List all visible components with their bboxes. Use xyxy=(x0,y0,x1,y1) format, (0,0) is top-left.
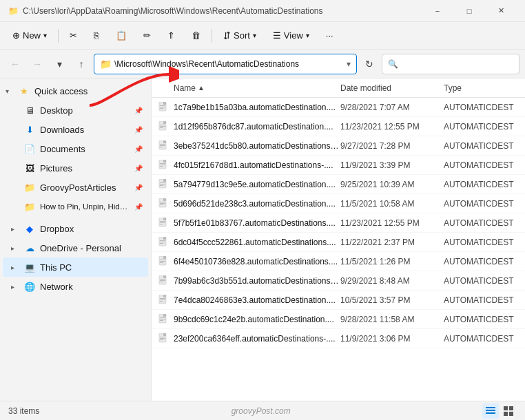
svg-rect-69 xyxy=(509,406,513,410)
toolbar-separator-2 xyxy=(212,29,212,43)
sidebar-item-documents[interactable]: 📄 Documents 📌 xyxy=(15,139,148,158)
file-date: 11/9/2021 3:39 PM xyxy=(340,160,444,170)
title-bar-path: 📁 C:\Users\lori\AppData\Roaming\Microsof… xyxy=(8,6,323,16)
table-row[interactable]: 4fc015f2167d8d1.automaticDestinations-..… xyxy=(152,156,525,175)
file-type: AUTOMATICDEST xyxy=(444,160,519,170)
close-button[interactable]: ✕ xyxy=(485,0,517,22)
forward-button[interactable]: → xyxy=(28,54,47,74)
thispc-icon: 💻 xyxy=(23,261,36,273)
svg-rect-11 xyxy=(163,140,166,143)
svg-rect-48 xyxy=(160,280,165,281)
file-date: 11/22/2021 2:37 PM xyxy=(340,238,444,247)
file-date: 9/25/2021 10:39 AM xyxy=(340,180,444,189)
svg-rect-23 xyxy=(160,184,165,185)
table-row[interactable]: 5f7b5f1e01b83767.automaticDestinations..… xyxy=(152,213,525,233)
list-view-button[interactable] xyxy=(482,403,499,419)
table-row[interactable]: 6f4e45010736e828.automaticDestinations..… xyxy=(152,252,525,271)
sidebar-item-downloads[interactable]: ⬇ Downloads 📌 xyxy=(15,120,148,139)
svg-rect-26 xyxy=(163,198,166,201)
column-header-name[interactable]: Name ▲ xyxy=(157,83,340,93)
downloads-label: Downloads xyxy=(40,125,130,135)
table-row[interactable]: 7b99ab6c3d3b551d.automaticDestinations-.… xyxy=(152,271,525,291)
search-input[interactable] xyxy=(382,54,519,74)
grid-view-button[interactable] xyxy=(500,403,517,419)
minimize-button[interactable]: − xyxy=(422,0,453,22)
file-type-icon xyxy=(157,333,169,345)
svg-rect-36 xyxy=(163,237,166,240)
dropbox-expand-icon: ▸ xyxy=(11,225,19,233)
back-button[interactable]: ← xyxy=(6,54,25,74)
maximize-button[interactable]: □ xyxy=(453,0,485,22)
sidebar-item-desktop[interactable]: 🖥 Desktop 📌 xyxy=(15,101,148,120)
svg-rect-68 xyxy=(504,406,508,410)
file-date: 9/29/2021 8:48 AM xyxy=(340,276,444,286)
documents-icon: 📄 xyxy=(23,143,36,155)
sidebar-item-howto[interactable]: 📁 How to Pin, Unpin, Hide, and Re 📌 xyxy=(15,197,148,216)
file-type-icon xyxy=(157,198,169,210)
recent-button[interactable]: ▾ xyxy=(50,54,69,74)
rename-button[interactable]: ✏ xyxy=(136,25,158,47)
table-row[interactable]: 5a794779d13c9e5e.automaticDestination...… xyxy=(152,175,525,194)
onedrive-label: OneDrive - Personal xyxy=(40,243,143,253)
sidebar-item-network[interactable]: ▸ 🌐 Network xyxy=(3,277,148,296)
view-label: View xyxy=(284,30,303,41)
share-button[interactable]: ⇑ xyxy=(161,25,182,47)
address-bar[interactable]: 📁 \Microsoft\Windows\Recent\AutomaticDes… xyxy=(94,54,357,74)
desktop-label: Desktop xyxy=(40,105,130,116)
onedrive-icon: ☁ xyxy=(23,242,36,254)
file-type-icon xyxy=(157,313,169,326)
desktop-pin-icon: 📌 xyxy=(134,107,143,114)
column-header-type[interactable]: Type xyxy=(444,83,519,93)
nav-bar: ← → ▾ ↑ 📁 \Microsoft\Windows\Recent\Auto… xyxy=(0,50,525,78)
file-name: 6dc04f5ccc522861.automaticDestinations..… xyxy=(174,238,340,247)
svg-rect-13 xyxy=(160,145,165,146)
file-type-icon xyxy=(157,101,169,114)
file-name: 5f7b5f1e01b83767.automaticDestinations..… xyxy=(174,218,340,228)
address-text: \Microsoft\Windows\Recent\AutomaticDesti… xyxy=(114,59,344,69)
window-controls[interactable]: − □ ✕ xyxy=(422,0,517,22)
table-row[interactable]: 3ebe375241dc5b80.automaticDestinations-.… xyxy=(152,136,525,156)
view-button[interactable]: ☰ View ▾ xyxy=(266,25,316,47)
svg-rect-1 xyxy=(163,102,166,105)
sidebar-item-groovy[interactable]: 📁 GroovyPostArticles 📌 xyxy=(15,178,148,197)
up-button[interactable]: ↑ xyxy=(72,54,91,74)
table-row[interactable]: 23ef200ca6364eff.automaticDestinations-.… xyxy=(152,329,525,348)
table-row[interactable]: 9b9cdc69c1c24e2b.automaticDestination...… xyxy=(152,310,525,329)
delete-button[interactable]: 🗑 xyxy=(185,25,207,47)
file-type-icon xyxy=(157,236,169,249)
file-type: AUTOMATICDEST xyxy=(444,334,519,344)
sidebar-item-onedrive[interactable]: ▸ ☁ OneDrive - Personal xyxy=(3,238,148,258)
table-row[interactable]: 5d696d521de238c3.automaticDestination...… xyxy=(152,194,525,213)
column-header-date[interactable]: Date modified xyxy=(340,83,444,93)
new-button[interactable]: ⊕ New ▾ xyxy=(6,25,54,47)
svg-rect-19 xyxy=(160,166,163,167)
svg-rect-33 xyxy=(160,222,165,223)
file-type-icon xyxy=(157,178,169,191)
refresh-button[interactable]: ↻ xyxy=(360,54,379,74)
cut-button[interactable]: ✂ xyxy=(63,25,84,47)
howto-pin-icon: 📌 xyxy=(134,203,143,211)
status-item-count: 33 items xyxy=(8,406,39,416)
folder-icon: 📁 xyxy=(8,6,19,16)
file-date: 9/28/2021 11:58 AM xyxy=(340,315,444,324)
svg-rect-29 xyxy=(160,204,163,205)
table-row[interactable]: 1c7a9be1b15a03ba.automaticDestination...… xyxy=(152,98,525,117)
file-type-icon xyxy=(157,159,169,171)
dropbox-label: Dropbox xyxy=(40,224,143,234)
table-row[interactable]: 7e4dca80246863e3.automaticDestination...… xyxy=(152,291,525,310)
copy-button[interactable]: ⎘ xyxy=(87,25,106,47)
address-chevron-icon[interactable]: ▾ xyxy=(347,59,351,69)
svg-rect-64 xyxy=(160,339,163,340)
paste-button[interactable]: 📋 xyxy=(109,25,134,47)
sidebar-item-dropbox[interactable]: ▸ ◆ Dropbox xyxy=(3,219,148,238)
more-button[interactable]: ··· xyxy=(319,25,340,47)
svg-rect-58 xyxy=(160,319,165,319)
sidebar-item-pictures[interactable]: 🖼 Pictures 📌 xyxy=(15,158,148,178)
table-row[interactable]: 1d12f965b876dc87.automaticDestination...… xyxy=(152,117,525,136)
table-row[interactable]: 6dc04f5ccc522861.automaticDestinations..… xyxy=(152,233,525,252)
svg-rect-44 xyxy=(160,262,163,263)
sort-button[interactable]: ⇵ Sort ▾ xyxy=(216,25,263,47)
sidebar-item-thispc[interactable]: ▸ 💻 This PC xyxy=(3,258,148,277)
howto-icon: 📁 xyxy=(23,200,36,213)
sidebar-quick-access-header[interactable]: ▾ ★ Quick access xyxy=(3,81,148,101)
